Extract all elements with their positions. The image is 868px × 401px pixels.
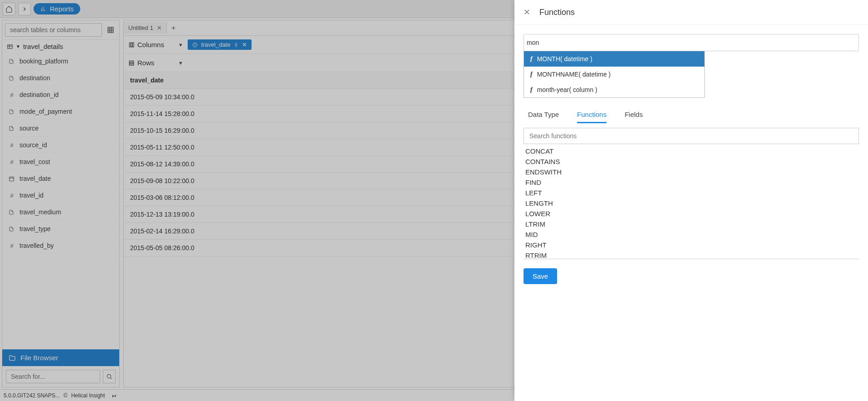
suggestion-label: MONTH( datetime ) [537,55,592,63]
function-item[interactable]: LENGTH [524,198,859,208]
function-glyph-icon: f [530,55,533,63]
function-glyph-icon: f [530,86,533,93]
suggestion-item[interactable]: fmonth-year( column ) [524,82,704,97]
function-item[interactable]: FIND [524,177,859,188]
function-item[interactable]: MID [524,229,859,240]
suggestion-list: fMONTH( datetime )fMONTHNAME( datetime )… [524,51,705,98]
functions-drawer: ✕ Functions fMONTH( datetime )fMONTHNAME… [514,0,868,401]
drawer-title: Functions [539,8,575,17]
function-item[interactable]: ENDSWITH [524,167,859,177]
suggestion-item[interactable]: fMONTH( datetime ) [524,51,704,67]
function-item[interactable]: LEFT [524,188,859,198]
formula-input[interactable] [524,34,859,51]
function-item[interactable]: RIGHT [524,240,859,250]
function-item[interactable]: LTRIM [524,219,859,229]
suggestion-label: month-year( column ) [537,86,597,93]
function-item[interactable]: CONTAINS [524,156,859,167]
tab-functions[interactable]: Functions [577,107,606,123]
drawer-close-button[interactable]: ✕ [524,7,530,17]
suggestion-item[interactable]: fMONTHNAME( datetime ) [524,67,704,82]
function-item[interactable]: LOWER [524,208,859,219]
function-search-input[interactable] [524,128,859,144]
tab-data-type[interactable]: Data Type [528,107,559,123]
save-button[interactable]: Save [524,268,557,284]
function-list: CONCATCONTAINSENDSWITHFINDLEFTLENGTHLOWE… [524,146,859,259]
suggestion-label: MONTHNAME( datetime ) [537,71,611,78]
tab-fields[interactable]: Fields [625,107,643,123]
drawer-tabs: Data Type Functions Fields [524,107,859,123]
function-item[interactable]: CONCAT [524,146,859,156]
function-glyph-icon: f [530,71,533,78]
function-item[interactable]: RTRIM [524,250,859,259]
